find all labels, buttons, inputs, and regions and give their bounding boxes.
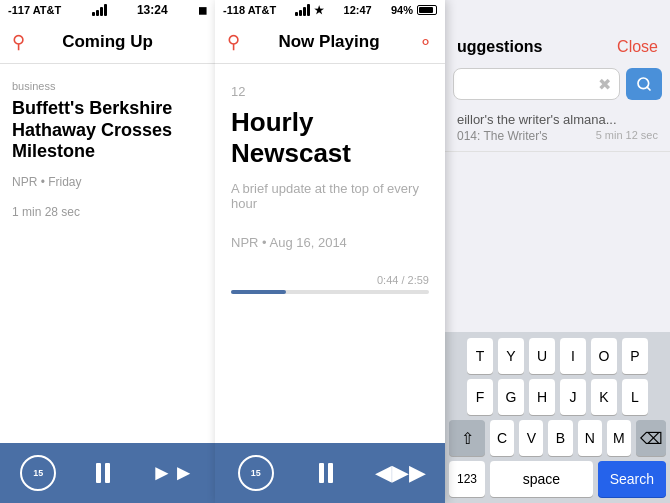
replay15-button-mid[interactable]: 15	[238, 455, 274, 491]
pause-button-left[interactable]	[96, 463, 110, 483]
search-icon-mid[interactable]: ⚲	[227, 31, 240, 53]
svg-line-1	[647, 87, 650, 90]
now-playing-content: 12 Hourly Newscast A brief update at the…	[215, 64, 445, 443]
key-V[interactable]: V	[519, 420, 543, 456]
keyboard-bottom-row: 123 space Search	[449, 461, 666, 497]
battery-icon-mid	[417, 5, 437, 15]
key-G[interactable]: G	[498, 379, 524, 415]
article-title: Buffett's Berkshire Hathaway Crosses Mil…	[12, 98, 203, 163]
bottom-controls-mid: 15 ◀▶▶	[215, 443, 445, 503]
bluetooth-icon: ★	[314, 4, 324, 17]
carrier-left: -117 AT&T	[8, 4, 61, 16]
wifi-icon-left	[92, 4, 107, 16]
bottom-controls-left: 15 ►►	[0, 443, 215, 503]
key-N[interactable]: N	[578, 420, 602, 456]
key-U[interactable]: U	[529, 338, 555, 374]
key-space[interactable]: space	[490, 461, 593, 497]
carrier-mid: -118 AT&T	[223, 4, 276, 16]
key-shift[interactable]: ⇧	[449, 420, 485, 456]
close-button[interactable]: Close	[617, 38, 658, 56]
wifi-icon-mid	[295, 4, 310, 16]
keyboard: T Y U I O P F G H J K L ⇧ C V B N M ⌫ 12…	[445, 332, 670, 503]
now-playing-panel: -118 AT&T ★ 12:47 94% ⚲ Now Playing ⚬ 12…	[215, 0, 445, 503]
episode-description: A brief update at the top of every hour	[231, 181, 429, 211]
key-L[interactable]: L	[622, 379, 648, 415]
episode-number: 12	[231, 84, 429, 99]
suggestion-title: eillor's the writer's almana...	[457, 112, 658, 127]
skip-forward-button[interactable]: ◀▶▶	[378, 451, 422, 495]
progress-time: 0:44 / 2:59	[231, 274, 429, 286]
key-B[interactable]: B	[548, 420, 572, 456]
episode-title: Hourly Newscast	[231, 107, 429, 169]
battery-left: ◼	[198, 4, 207, 17]
now-playing-title: Now Playing	[278, 32, 379, 52]
keyboard-row-2: F G H J K L	[449, 379, 666, 415]
key-search[interactable]: Search	[598, 461, 666, 497]
keyboard-row-3: ⇧ C V B N M ⌫	[449, 420, 666, 456]
coming-up-panel: -117 AT&T 13:24 ◼ ⚲ Coming Up business B…	[0, 0, 215, 503]
search-header: uggestions Close	[445, 0, 670, 64]
search-panel: uggestions Close ✖ eillor's the writer's…	[445, 0, 670, 503]
search-label: Search	[610, 471, 654, 487]
key-delete[interactable]: ⌫	[636, 420, 666, 456]
clear-icon[interactable]: ✖	[598, 75, 611, 94]
status-icons-mid: ★	[295, 4, 324, 17]
key-Y[interactable]: Y	[498, 338, 524, 374]
user-icon-mid[interactable]: ⚬	[418, 31, 433, 53]
total-time: 2:59	[408, 274, 429, 286]
keyboard-row-1: T Y U I O P	[449, 338, 666, 374]
key-123[interactable]: 123	[449, 461, 485, 497]
key-O[interactable]: O	[591, 338, 617, 374]
forward-button-left[interactable]: ►►	[151, 451, 195, 495]
time-mid: 12:47	[344, 4, 372, 16]
status-bar-mid: -118 AT&T ★ 12:47 94%	[215, 0, 445, 20]
progress-container: 0:44 / 2:59	[231, 274, 429, 294]
status-bar-left: -117 AT&T 13:24 ◼	[0, 0, 215, 20]
suggestions-label: uggestions	[457, 38, 542, 56]
key-F[interactable]: F	[467, 379, 493, 415]
article-source: NPR • Friday	[12, 175, 203, 189]
key-H[interactable]: H	[529, 379, 555, 415]
current-time: 0:44	[377, 274, 398, 286]
replay15-button-left[interactable]: 15	[20, 455, 56, 491]
time-left: 13:24	[137, 3, 168, 17]
coming-up-content: business Buffett's Berkshire Hathaway Cr…	[0, 64, 215, 443]
article-category: business	[12, 80, 203, 92]
battery-pct-mid: 94%	[391, 4, 413, 16]
key-K[interactable]: K	[591, 379, 617, 415]
key-I[interactable]: I	[560, 338, 586, 374]
pause-button-mid[interactable]	[319, 463, 333, 483]
progress-bar-fill	[231, 290, 286, 294]
replay15-label-mid: 15	[251, 468, 261, 478]
progress-bar-background[interactable]	[231, 290, 429, 294]
search-input-row: ✖	[445, 64, 670, 104]
key-M[interactable]: M	[607, 420, 631, 456]
search-input-box[interactable]: ✖	[453, 68, 620, 100]
suggestion-detail: 014: The Writer's	[457, 129, 548, 143]
key-P[interactable]: P	[622, 338, 648, 374]
replay15-label-left: 15	[33, 468, 43, 478]
key-T[interactable]: T	[467, 338, 493, 374]
key-J[interactable]: J	[560, 379, 586, 415]
battery-area-mid: 94%	[391, 4, 437, 16]
search-icon-left[interactable]: ⚲	[12, 31, 25, 53]
space-label: space	[523, 471, 560, 487]
search-go-icon	[636, 76, 652, 92]
suggestion-time: 5 min 12 sec	[596, 129, 658, 141]
episode-source: NPR • Aug 16, 2014	[231, 235, 429, 250]
now-playing-header: ⚲ Now Playing ⚬	[215, 20, 445, 64]
search-go-button[interactable]	[626, 68, 662, 100]
suggestion-item[interactable]: eillor's the writer's almana... 014: The…	[445, 104, 670, 152]
coming-up-header: ⚲ Coming Up	[0, 20, 215, 64]
article-duration: 1 min 28 sec	[12, 205, 203, 219]
key-C[interactable]: C	[490, 420, 514, 456]
coming-up-title: Coming Up	[62, 32, 153, 52]
